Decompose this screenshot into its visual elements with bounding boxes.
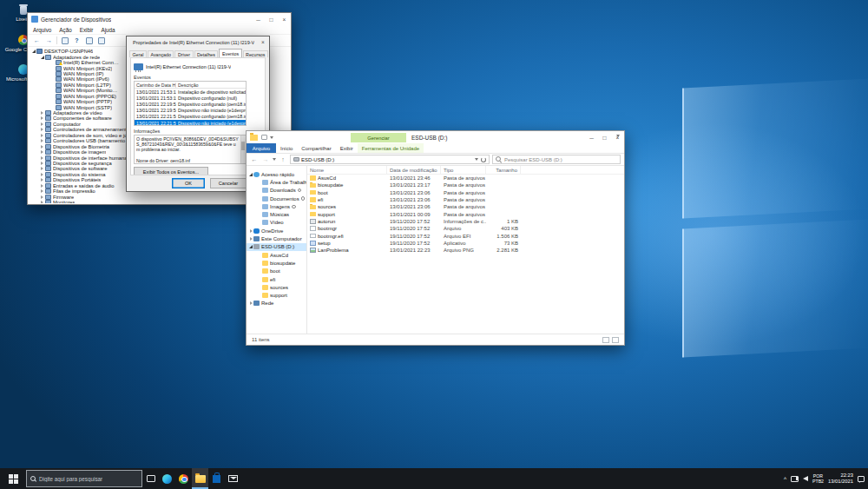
expander-icon[interactable] [39, 184, 45, 188]
timestamp-column-header[interactable]: Carimbo de Data Hora [135, 83, 176, 88]
setup[interactable]: setup 19/11/2020 17:52 Aplicativo 73 KB [307, 240, 624, 247]
event-information-text[interactable]: O dispositivo PCI\VEN_8086&DEV_0D4D&SUBS… [134, 135, 247, 164]
ribbon-tab[interactable]: Arquivo [247, 143, 276, 153]
dialog-tab[interactable]: Avançado [148, 50, 174, 57]
sidebar-item[interactable]: Documentos [247, 195, 306, 202]
bootmgr[interactable]: bootmgr 19/11/2020 17:52 Arquivo 403 KB [307, 225, 624, 232]
events-table-header[interactable]: Carimbo de Data Hora Descrição [135, 82, 246, 89]
task-view-icon[interactable] [142, 468, 159, 489]
event-row[interactable]: 13/01/2021 22:21:54 Dispositivo configur… [135, 114, 246, 120]
sources[interactable]: sources 13/01/2021 23:06 Pasta de arquiv… [307, 203, 624, 210]
clock[interactable]: 22:23 13/01/2021 [828, 472, 853, 485]
properties-icon[interactable] [98, 37, 105, 44]
dialog-titlebar[interactable]: Propriedades de Intel(R) Ethernet Connec… [127, 36, 269, 48]
sidebar-item[interactable]: efi [247, 275, 306, 283]
expander-icon[interactable] [39, 128, 45, 131]
manage-contextual-label[interactable]: Gerenciar [351, 133, 406, 142]
hidden-icons-chevron[interactable]: ^ [784, 476, 786, 482]
support[interactable]: support 13/01/2021 00:09 Pasta de arquiv… [307, 210, 624, 217]
description-column-header[interactable]: Descrição [176, 83, 246, 88]
sidebar-item[interactable]: Imagens [247, 202, 306, 210]
forward-icon[interactable]: → [44, 36, 54, 45]
ok-button[interactable]: OK [172, 178, 205, 188]
view-all-events-button[interactable]: Exibir Todos os Eventos... [134, 167, 208, 175]
sidebar-item[interactable]: Acesso rápido [247, 170, 306, 178]
scrollbar-thumb[interactable] [241, 142, 245, 150]
expander-icon[interactable] [39, 162, 45, 165]
sidebar-item[interactable]: Este Computador [247, 235, 306, 242]
back-icon[interactable]: ← [32, 36, 42, 45]
expander-icon[interactable] [39, 189, 45, 193]
ribbon-tab[interactable]: Exibir [336, 143, 358, 153]
boot[interactable]: boot 13/01/2021 23:06 Pasta de arquivos [307, 189, 624, 196]
expander-icon[interactable] [39, 111, 45, 115]
expander-icon[interactable] [39, 173, 45, 176]
expander-icon[interactable] [39, 178, 45, 182]
maximize-button[interactable]: □ [598, 131, 611, 143]
sidebar-item[interactable]: biosupdate [247, 259, 306, 267]
forward-button[interactable]: → [261, 156, 270, 162]
taskbar-search-input[interactable]: Digite aqui para pesquisar [26, 470, 142, 487]
column-header[interactable]: Nome [307, 166, 387, 174]
event-row[interactable]: 13/01/2021 22:19:53 Dispositivo configur… [135, 101, 246, 107]
refresh-icon[interactable] [481, 157, 486, 162]
sidebar-item[interactable]: Músicas [247, 210, 306, 218]
sidebar-item[interactable]: Vídeo [247, 219, 306, 227]
explorer-search-input[interactable]: Pesquisar ESD-USB (D:) [492, 155, 621, 164]
dialog-tab[interactable]: Eventos [219, 49, 241, 57]
expander-icon[interactable] [39, 167, 45, 170]
column-header[interactable]: Tipo [441, 166, 486, 174]
dialog-tab[interactable]: Recursos [243, 50, 268, 57]
close-button[interactable]: × [278, 13, 291, 25]
language-indicator[interactable]: POR PTB2 [812, 473, 824, 484]
sidebar-item[interactable]: sources [247, 283, 306, 291]
console-window-icon[interactable] [62, 37, 69, 44]
menu-item[interactable]: Ação [59, 27, 71, 33]
menu-item[interactable]: Arquivo [33, 27, 51, 33]
biosupdate[interactable]: biosupdate 13/01/2021 23:17 Pasta de arq… [307, 182, 624, 188]
expander-icon[interactable] [39, 145, 45, 149]
ribbon-tab[interactable]: Início [276, 143, 297, 153]
sidebar-item[interactable]: boot [247, 268, 306, 275]
dialog-tab[interactable]: Driver [174, 50, 193, 57]
volume-icon[interactable] [803, 476, 808, 481]
large-icons-view-icon[interactable] [612, 337, 619, 343]
efi[interactable]: efi 13/01/2021 23:06 Pasta de arquivos [307, 196, 624, 203]
taskbar-edge-icon[interactable] [159, 468, 175, 489]
qat-dropdown-icon[interactable] [270, 136, 273, 139]
ribbon-tab[interactable]: Ferramentas de Unidade [358, 143, 424, 153]
expander-icon[interactable] [39, 156, 45, 160]
expander-icon[interactable] [39, 56, 45, 59]
menu-item[interactable]: Ajuda [101, 27, 115, 33]
sidebar-item[interactable]: AsusCd [247, 251, 306, 259]
close-button[interactable]: × [611, 131, 624, 143]
LanProblema[interactable]: LanProblema 13/01/2021 22:23 Arquivo PNG… [307, 247, 624, 254]
expander-icon[interactable] [39, 201, 45, 203]
qat-properties-icon[interactable] [261, 135, 267, 140]
expander-icon[interactable] [39, 116, 45, 120]
AsusCd[interactable]: AsusCd 13/01/2021 23:46 Pasta de arquivo… [307, 175, 624, 182]
expander-icon[interactable] [39, 150, 45, 154]
cancel-button[interactable]: Cancelar [210, 178, 247, 188]
taskbar-mail-icon[interactable] [225, 468, 241, 489]
address-bar[interactable]: ESD-USB (D:) [290, 155, 490, 164]
sidebar-item[interactable]: Downloads [247, 187, 306, 195]
expander-icon[interactable] [30, 50, 36, 53]
sidebar-item[interactable]: Área de Trabalho [247, 178, 306, 186]
sidebar-item[interactable]: OneDrive [247, 227, 306, 235]
minimize-button[interactable]: ─ [585, 131, 598, 143]
autorun[interactable]: autorun 19/11/2020 17:52 Informações de … [307, 218, 624, 225]
dialog-tab[interactable]: Geral [129, 50, 147, 57]
sidebar-item[interactable]: ESD-USB (D:) [247, 243, 306, 251]
dialog-tab[interactable]: Detalhes [194, 50, 219, 57]
up-button[interactable]: ↑ [279, 156, 287, 162]
start-button[interactable] [0, 468, 26, 489]
bootmgr.efi[interactable]: bootmgr.efi 19/11/2020 17:52 Arquivo EFI… [307, 232, 624, 239]
taskbar-explorer-icon[interactable] [192, 468, 208, 489]
event-row[interactable]: 13/01/2021 22:19:54 Dispositivo não inic… [135, 108, 246, 114]
minimize-button[interactable]: ─ [252, 13, 265, 25]
sidebar-item[interactable]: support [247, 291, 306, 299]
ribbon-expand-icon[interactable] [616, 135, 620, 137]
address-dropdown-icon[interactable] [475, 158, 478, 161]
taskbar-chrome-icon[interactable] [175, 468, 192, 489]
